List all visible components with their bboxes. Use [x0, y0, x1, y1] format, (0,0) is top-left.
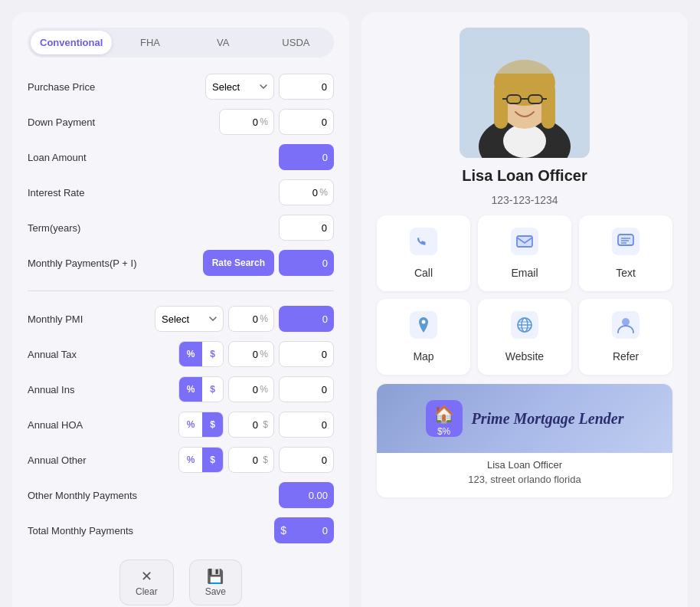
text-icon [612, 228, 639, 261]
svg-rect-15 [517, 236, 532, 247]
total-monthly-dollar-symbol: $ [280, 524, 286, 536]
email-label: Email [511, 267, 538, 279]
tab-fha[interactable]: FHA [115, 31, 185, 54]
term-input[interactable] [279, 215, 334, 241]
annual-tax-pct-input[interactable] [228, 341, 274, 367]
annual-hoa-pct-input[interactable] [228, 412, 274, 438]
monthly-payments-label: Monthly Payments(P + I) [28, 258, 203, 269]
monthly-pmi-label: Monthly PMI [28, 313, 155, 325]
tab-va[interactable]: VA [188, 31, 258, 54]
tab-usda[interactable]: USDA [261, 31, 331, 54]
monthly-pmi-select[interactable]: Select [155, 306, 224, 332]
brand-title: Prime Mortgage Lender [472, 410, 624, 428]
annual-other-dollar-btn[interactable]: $ [202, 448, 223, 472]
annual-tax-controls: % $ % [178, 341, 334, 367]
total-monthly-input[interactable] [289, 525, 328, 536]
monthly-payments-input[interactable] [279, 250, 334, 276]
email-card[interactable]: Email [478, 215, 571, 291]
refer-card[interactable]: Refer [579, 299, 672, 375]
loan-amount-row: Loan Amount [28, 143, 334, 171]
other-monthly-controls [279, 482, 334, 508]
interest-rate-controls: % [279, 179, 334, 205]
brand-address: 123, street orlando florida [377, 474, 672, 485]
other-monthly-input[interactable] [279, 482, 334, 508]
annual-tax-pct-btn[interactable]: % [179, 342, 203, 366]
purchase-price-row: Purchase Price Select [28, 73, 334, 100]
svg-rect-5 [494, 83, 508, 129]
loan-amount-label: Loan Amount [28, 152, 279, 163]
annual-hoa-pct-btn[interactable]: % [179, 412, 203, 437]
monthly-payments-controls: Rate Search [203, 250, 334, 276]
term-controls [279, 215, 334, 241]
call-icon [410, 228, 437, 261]
svg-point-2 [503, 124, 546, 158]
annual-other-input[interactable] [279, 447, 334, 473]
monthly-pmi-input[interactable] [279, 306, 334, 332]
down-payment-controls: % [219, 109, 334, 135]
annual-hoa-row: Annual HOA % $ $ [28, 411, 334, 438]
save-button[interactable]: 💾 Save [189, 559, 242, 605]
map-card[interactable]: Map [377, 299, 470, 375]
clear-button[interactable]: ✕ Clear [119, 559, 174, 605]
save-label: Save [205, 586, 226, 597]
annual-hoa-input[interactable] [279, 412, 334, 438]
brand-logo-container: 🏠 $% [426, 400, 463, 437]
annual-ins-input[interactable] [279, 376, 334, 402]
purchase-price-select[interactable]: Select [205, 74, 274, 100]
annual-hoa-label: Annual HOA [28, 419, 178, 431]
call-card[interactable]: Call [377, 215, 470, 291]
monthly-pmi-pct-input[interactable] [228, 306, 274, 332]
annual-ins-pct-btn[interactable]: % [179, 377, 203, 402]
brand-banner: 🏠 $% Prime Mortgage Lender [377, 384, 672, 453]
down-payment-pct-input[interactable] [219, 109, 274, 135]
text-card[interactable]: Text [579, 215, 672, 291]
rate-search-button[interactable]: Rate Search [203, 250, 274, 276]
annual-other-row: Annual Other % $ $ [28, 446, 334, 474]
divider-1 [28, 290, 334, 291]
annual-other-controls: % $ $ [178, 447, 334, 473]
annual-ins-pct-input[interactable] [228, 376, 274, 402]
annual-ins-label: Annual Ins [28, 384, 178, 395]
clear-icon: ✕ [141, 568, 152, 585]
website-card[interactable]: Website [478, 299, 571, 375]
profile-name: Lisa Loan Officer [462, 167, 587, 185]
website-label: Website [505, 350, 544, 363]
profile-photo [460, 28, 590, 158]
annual-ins-dollar-btn[interactable]: $ [202, 377, 223, 402]
annual-other-label: Annual Other [28, 454, 178, 466]
down-payment-input[interactable] [279, 109, 334, 135]
call-label: Call [414, 267, 433, 279]
annual-tax-input[interactable] [279, 341, 334, 367]
annual-other-pct-btn[interactable]: % [179, 448, 203, 472]
monthly-pmi-row: Monthly PMI Select % [28, 305, 334, 333]
purchase-price-label: Purchase Price [28, 81, 205, 93]
total-monthly-label: Total Monthly Payments [28, 525, 274, 536]
monthly-payments-row: Monthly Payments(P + I) Rate Search [28, 249, 334, 277]
term-row: Term(years) [28, 214, 334, 241]
purchase-price-input[interactable] [279, 74, 334, 100]
brand-officer-name: Lisa Loan Officer [377, 459, 672, 471]
other-monthly-label: Other Monthly Payments [28, 490, 279, 501]
email-icon [511, 228, 538, 261]
action-grid: Call Email [377, 215, 672, 375]
loan-amount-controls [279, 144, 334, 170]
term-label: Term(years) [28, 222, 279, 234]
purchase-price-controls: Select [205, 74, 334, 100]
annual-tax-toggle: % $ [178, 341, 224, 367]
interest-rate-label: Interest Rate [28, 187, 279, 199]
annual-other-pct-input[interactable] [228, 447, 274, 473]
annual-hoa-controls: % $ $ [178, 412, 334, 438]
text-label: Text [616, 267, 636, 279]
total-monthly-controls: $ [274, 517, 334, 543]
tab-conventional[interactable]: Conventional [31, 31, 112, 54]
clear-label: Clear [136, 586, 158, 597]
profile-phone: 123-123-1234 [491, 194, 558, 206]
down-payment-label: Down Payment [28, 116, 219, 128]
loan-amount-input[interactable] [279, 144, 334, 170]
annual-tax-dollar-btn[interactable]: $ [202, 342, 223, 366]
interest-rate-input[interactable] [279, 179, 334, 205]
annual-ins-toggle: % $ [178, 376, 224, 402]
annual-hoa-dollar-btn[interactable]: $ [202, 412, 223, 437]
annual-hoa-toggle: % $ [178, 412, 224, 438]
down-payment-row: Down Payment % [28, 108, 334, 136]
